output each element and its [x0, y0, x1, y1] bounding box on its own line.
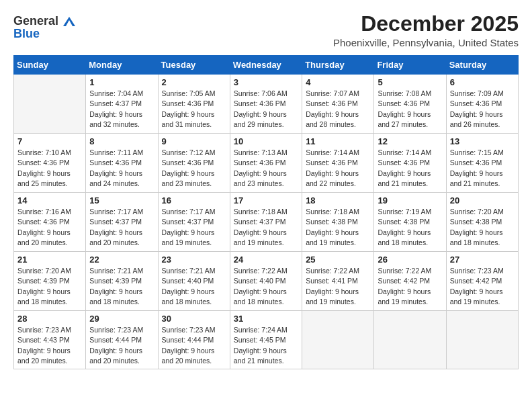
- day-info: Sunrise: 7:14 AMSunset: 4:36 PMDaylight:…: [378, 148, 442, 189]
- day-info: Sunrise: 7:21 AMSunset: 4:39 PMDaylight:…: [89, 266, 154, 307]
- day-number: 29: [89, 314, 154, 324]
- calendar-day-cell: 21Sunrise: 7:20 AMSunset: 4:39 PMDayligh…: [14, 252, 86, 311]
- calendar-day-cell: 8Sunrise: 7:11 AMSunset: 4:36 PMDaylight…: [86, 134, 158, 193]
- day-number: 12: [378, 136, 442, 146]
- day-number: 5: [378, 77, 442, 87]
- calendar-day-cell: 7Sunrise: 7:10 AMSunset: 4:36 PMDaylight…: [14, 134, 86, 193]
- day-info: Sunrise: 7:23 AMSunset: 4:42 PMDaylight:…: [450, 266, 515, 307]
- day-info: Sunrise: 7:23 AMSunset: 4:44 PMDaylight:…: [162, 325, 226, 366]
- day-info: Sunrise: 7:20 AMSunset: 4:38 PMDaylight:…: [450, 207, 515, 248]
- day-number: 7: [17, 136, 82, 146]
- day-number: 17: [234, 195, 298, 205]
- col-sunday: Sunday: [14, 56, 86, 75]
- day-number: 25: [306, 255, 370, 265]
- day-info: Sunrise: 7:17 AMSunset: 4:37 PMDaylight:…: [162, 207, 226, 248]
- col-monday: Monday: [86, 56, 158, 75]
- day-info: Sunrise: 7:05 AMSunset: 4:36 PMDaylight:…: [162, 89, 226, 130]
- day-info: Sunrise: 7:20 AMSunset: 4:39 PMDaylight:…: [17, 266, 82, 307]
- day-info: Sunrise: 7:19 AMSunset: 4:38 PMDaylight:…: [378, 207, 442, 248]
- day-info: Sunrise: 7:15 AMSunset: 4:36 PMDaylight:…: [450, 148, 515, 189]
- title-block: December 2025 Phoenixville, Pennsylvania…: [333, 12, 519, 48]
- day-number: 8: [89, 136, 154, 146]
- day-info: Sunrise: 7:22 AMSunset: 4:42 PMDaylight:…: [378, 266, 442, 307]
- calendar-day-cell: 20Sunrise: 7:20 AMSunset: 4:38 PMDayligh…: [446, 193, 518, 252]
- day-info: Sunrise: 7:24 AMSunset: 4:45 PMDaylight:…: [234, 325, 298, 366]
- day-number: 9: [162, 136, 226, 146]
- calendar-week-row: 7Sunrise: 7:10 AMSunset: 4:36 PMDaylight…: [14, 134, 519, 193]
- day-info: Sunrise: 7:09 AMSunset: 4:36 PMDaylight:…: [450, 89, 515, 130]
- day-number: 6: [450, 77, 515, 87]
- day-number: 23: [162, 255, 226, 265]
- calendar-day-cell: 29Sunrise: 7:23 AMSunset: 4:44 PMDayligh…: [86, 311, 158, 369]
- calendar-day-cell: 23Sunrise: 7:21 AMSunset: 4:40 PMDayligh…: [158, 252, 230, 311]
- day-number: 21: [17, 255, 82, 265]
- logo-blue: Blue: [13, 27, 40, 40]
- calendar-day-cell: 4Sunrise: 7:07 AMSunset: 4:36 PMDaylight…: [302, 75, 374, 134]
- calendar-day-cell: 6Sunrise: 7:09 AMSunset: 4:36 PMDaylight…: [446, 75, 518, 134]
- calendar-week-row: 28Sunrise: 7:23 AMSunset: 4:43 PMDayligh…: [14, 311, 519, 369]
- calendar-day-cell: 5Sunrise: 7:08 AMSunset: 4:36 PMDaylight…: [374, 75, 446, 134]
- day-info: Sunrise: 7:18 AMSunset: 4:38 PMDaylight:…: [306, 207, 370, 248]
- day-number: 4: [306, 77, 370, 87]
- calendar-week-row: 1Sunrise: 7:04 AMSunset: 4:37 PMDaylight…: [14, 75, 519, 134]
- day-info: Sunrise: 7:10 AMSunset: 4:36 PMDaylight:…: [17, 148, 82, 189]
- day-number: 20: [450, 195, 515, 205]
- day-number: 3: [234, 77, 298, 87]
- calendar-day-cell: 17Sunrise: 7:18 AMSunset: 4:37 PMDayligh…: [230, 193, 302, 252]
- day-number: 14: [17, 195, 82, 205]
- page: General Blue December 2025 Phoenixville,…: [0, 0, 532, 381]
- calendar-day-cell: 10Sunrise: 7:13 AMSunset: 4:36 PMDayligh…: [230, 134, 302, 193]
- calendar-subtitle: Phoenixville, Pennsylvania, United State…: [333, 37, 519, 48]
- calendar-title: December 2025: [333, 12, 519, 36]
- day-number: 11: [306, 136, 370, 146]
- day-info: Sunrise: 7:04 AMSunset: 4:37 PMDaylight:…: [89, 89, 154, 130]
- logo-icon: [63, 17, 75, 26]
- calendar-day-cell: 9Sunrise: 7:12 AMSunset: 4:36 PMDaylight…: [158, 134, 230, 193]
- calendar-day-cell: 25Sunrise: 7:22 AMSunset: 4:41 PMDayligh…: [302, 252, 374, 311]
- calendar-day-cell: 22Sunrise: 7:21 AMSunset: 4:39 PMDayligh…: [86, 252, 158, 311]
- calendar-day-cell: 13Sunrise: 7:15 AMSunset: 4:36 PMDayligh…: [446, 134, 518, 193]
- calendar-day-cell: 2Sunrise: 7:05 AMSunset: 4:36 PMDaylight…: [158, 75, 230, 134]
- col-saturday: Saturday: [446, 56, 518, 75]
- day-info: Sunrise: 7:08 AMSunset: 4:36 PMDaylight:…: [378, 89, 442, 130]
- calendar-week-row: 14Sunrise: 7:16 AMSunset: 4:36 PMDayligh…: [14, 193, 519, 252]
- day-info: Sunrise: 7:07 AMSunset: 4:36 PMDaylight:…: [306, 89, 370, 130]
- calendar-table: Sunday Monday Tuesday Wednesday Thursday…: [13, 55, 519, 369]
- calendar-day-cell: 30Sunrise: 7:23 AMSunset: 4:44 PMDayligh…: [158, 311, 230, 369]
- logo: General Blue: [13, 15, 75, 41]
- day-info: Sunrise: 7:22 AMSunset: 4:40 PMDaylight:…: [234, 266, 298, 307]
- calendar-day-cell: 27Sunrise: 7:23 AMSunset: 4:42 PMDayligh…: [446, 252, 518, 311]
- day-number: 1: [89, 77, 154, 87]
- day-info: Sunrise: 7:22 AMSunset: 4:41 PMDaylight:…: [306, 266, 370, 307]
- calendar-day-cell: [14, 75, 86, 134]
- calendar-day-cell: 18Sunrise: 7:18 AMSunset: 4:38 PMDayligh…: [302, 193, 374, 252]
- calendar-day-cell: 12Sunrise: 7:14 AMSunset: 4:36 PMDayligh…: [374, 134, 446, 193]
- calendar-day-cell: 3Sunrise: 7:06 AMSunset: 4:36 PMDaylight…: [230, 75, 302, 134]
- calendar-day-cell: 28Sunrise: 7:23 AMSunset: 4:43 PMDayligh…: [14, 311, 86, 369]
- col-friday: Friday: [374, 56, 446, 75]
- day-number: 15: [89, 195, 154, 205]
- day-number: 19: [378, 195, 442, 205]
- day-info: Sunrise: 7:23 AMSunset: 4:44 PMDaylight:…: [89, 325, 154, 366]
- day-info: Sunrise: 7:06 AMSunset: 4:36 PMDaylight:…: [234, 89, 298, 130]
- day-number: 30: [162, 314, 226, 324]
- calendar-day-cell: 19Sunrise: 7:19 AMSunset: 4:38 PMDayligh…: [374, 193, 446, 252]
- day-number: 27: [450, 255, 515, 265]
- day-number: 10: [234, 136, 298, 146]
- calendar-day-cell: [446, 311, 518, 369]
- calendar-day-cell: 1Sunrise: 7:04 AMSunset: 4:37 PMDaylight…: [86, 75, 158, 134]
- col-thursday: Thursday: [302, 56, 374, 75]
- calendar-day-cell: 15Sunrise: 7:17 AMSunset: 4:37 PMDayligh…: [86, 193, 158, 252]
- day-info: Sunrise: 7:17 AMSunset: 4:37 PMDaylight:…: [89, 207, 154, 248]
- calendar-header-row: Sunday Monday Tuesday Wednesday Thursday…: [14, 56, 519, 75]
- day-number: 16: [162, 195, 226, 205]
- day-info: Sunrise: 7:13 AMSunset: 4:36 PMDaylight:…: [234, 148, 298, 189]
- calendar-week-row: 21Sunrise: 7:20 AMSunset: 4:39 PMDayligh…: [14, 252, 519, 311]
- calendar-day-cell: 14Sunrise: 7:16 AMSunset: 4:36 PMDayligh…: [14, 193, 86, 252]
- day-info: Sunrise: 7:11 AMSunset: 4:36 PMDaylight:…: [89, 148, 154, 189]
- day-number: 24: [234, 255, 298, 265]
- day-info: Sunrise: 7:16 AMSunset: 4:36 PMDaylight:…: [17, 207, 82, 248]
- day-info: Sunrise: 7:12 AMSunset: 4:36 PMDaylight:…: [162, 148, 226, 189]
- day-info: Sunrise: 7:23 AMSunset: 4:43 PMDaylight:…: [17, 325, 82, 366]
- day-number: 2: [162, 77, 226, 87]
